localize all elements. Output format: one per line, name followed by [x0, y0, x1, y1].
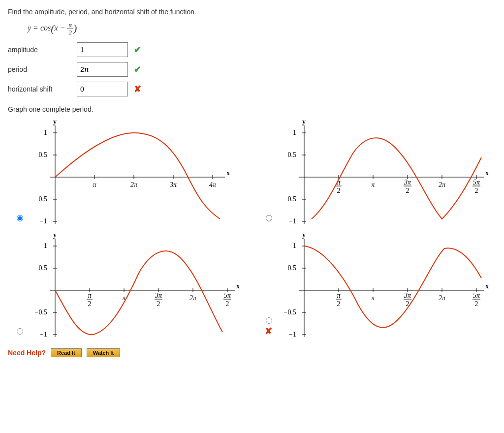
period-input[interactable] [77, 62, 128, 77]
amplitude-input[interactable] [77, 42, 128, 57]
cross-icon: ✘ [134, 84, 141, 94]
option-b-radio[interactable] [266, 215, 272, 221]
graph-c-svg: y x 1 0.5 −0.5 −1 π2 π 3π2 2π 5π2 [26, 231, 242, 340]
svg-text:5π: 5π [473, 179, 480, 186]
svg-text:1: 1 [44, 242, 47, 249]
check-icon: ✔ [134, 44, 141, 55]
svg-text:−1: −1 [40, 217, 47, 225]
need-help-row: Need Help? Read It Watch It [8, 348, 496, 357]
answers-block: amplitude ✔ period ✔ horizontal shift ✘ [8, 42, 496, 96]
svg-text:π: π [371, 294, 375, 302]
cross-icon: ✘ [265, 326, 272, 337]
amplitude-label: amplitude [8, 46, 77, 54]
svg-text:1: 1 [293, 242, 296, 249]
graph-a-svg: y x 1 0.5 −0.5 −1 π 2π 3π 4π [26, 118, 232, 226]
svg-text:1: 1 [44, 129, 47, 136]
read-it-button[interactable]: Read It [51, 348, 82, 357]
option-c-radio[interactable] [17, 328, 23, 335]
svg-text:x: x [226, 169, 230, 177]
option-d-radio[interactable] [266, 317, 272, 324]
graph-prompt: Graph one complete period. [8, 105, 496, 113]
svg-text:5π: 5π [473, 292, 480, 299]
svg-text:2: 2 [406, 187, 410, 194]
graph-d-svg: y x 1 0.5 −0.5 −1 π2 π 3π2 2π 5π2 [275, 231, 491, 340]
svg-text:3π: 3π [404, 179, 411, 186]
svg-text:2: 2 [475, 187, 478, 194]
svg-text:−1: −1 [289, 217, 296, 225]
svg-text:y: y [53, 118, 57, 125]
graph-options: y x 1 0.5 −0.5 −1 π 2π 3π 4π y x 1 0.5 [13, 118, 496, 340]
svg-text:1: 1 [293, 129, 296, 136]
svg-text:4π: 4π [209, 181, 217, 188]
svg-text:−0.5: −0.5 [35, 195, 47, 203]
svg-text:2: 2 [88, 300, 92, 308]
svg-text:2π: 2π [439, 294, 446, 302]
shift-label: horizontal shift [8, 85, 77, 93]
svg-text:0.5: 0.5 [39, 151, 48, 158]
svg-text:π: π [93, 181, 96, 188]
svg-text:0.5: 0.5 [39, 264, 48, 272]
svg-text:x: x [485, 169, 489, 177]
svg-text:−0.5: −0.5 [284, 309, 296, 316]
shift-input[interactable] [77, 82, 128, 96]
graph-option-d: ✘ y x 1 0.5 −0.5 −1 π2 π 3π2 2π 5π2 [262, 231, 496, 340]
watch-it-button[interactable]: Watch It [87, 348, 120, 357]
svg-text:2: 2 [475, 300, 478, 308]
svg-text:2: 2 [337, 187, 341, 194]
svg-text:−0.5: −0.5 [35, 309, 47, 316]
svg-text:x: x [236, 282, 240, 290]
svg-text:2π: 2π [189, 294, 197, 302]
svg-text:2: 2 [337, 300, 341, 308]
check-icon: ✔ [134, 64, 141, 75]
svg-text:3π: 3π [404, 292, 411, 299]
option-a-radio[interactable] [17, 215, 23, 221]
svg-text:y: y [302, 118, 306, 125]
svg-text:−0.5: −0.5 [284, 195, 296, 203]
svg-text:y: y [302, 231, 306, 239]
svg-text:5π: 5π [224, 292, 231, 299]
svg-text:π: π [371, 181, 375, 188]
svg-text:0.5: 0.5 [288, 151, 297, 158]
svg-text:−1: −1 [289, 331, 296, 338]
svg-text:2: 2 [226, 300, 229, 308]
svg-text:3π: 3π [169, 181, 177, 188]
graph-option-c: y x 1 0.5 −0.5 −1 π2 π 3π2 2π 5π2 [13, 231, 247, 340]
svg-text:2: 2 [157, 300, 160, 308]
period-label: period [8, 65, 77, 73]
graph-b-svg: y x 1 0.5 −0.5 −1 π2 π 3π2 2π 5π2 [275, 118, 491, 226]
graph-option-b: y x 1 0.5 −0.5 −1 π2 π 3π2 2π 5π2 [262, 118, 496, 226]
svg-text:0.5: 0.5 [288, 264, 297, 272]
svg-text:x: x [485, 282, 489, 290]
svg-text:2π: 2π [439, 181, 446, 188]
question-prompt: Find the amplitude, period, and horizont… [8, 8, 496, 16]
question-equation: y = cos(x − π2) [28, 21, 496, 35]
svg-text:3π: 3π [155, 292, 162, 299]
need-help-label: Need Help? [8, 349, 46, 357]
graph-option-a: y x 1 0.5 −0.5 −1 π 2π 3π 4π [13, 118, 247, 226]
svg-text:−1: −1 [40, 331, 47, 338]
svg-text:2π: 2π [130, 181, 138, 188]
svg-text:π: π [88, 292, 92, 299]
svg-text:π: π [337, 292, 341, 299]
svg-text:y: y [53, 231, 57, 239]
